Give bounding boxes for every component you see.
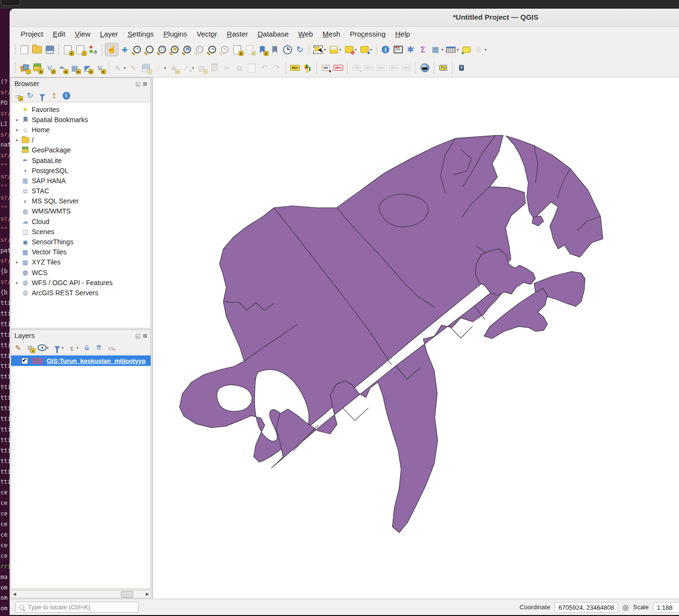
attribute-table-icon[interactable]: ▦ bbox=[429, 43, 442, 56]
select-by-location-icon[interactable]: ● bbox=[358, 43, 371, 56]
menu-mesh[interactable]: Mesh bbox=[318, 28, 345, 39]
map-render[interactable] bbox=[153, 77, 679, 599]
filter-by-expression-icon[interactable]: ε bbox=[67, 343, 77, 353]
python-console-icon[interactable]: Py bbox=[437, 62, 449, 74]
deselect-features-icon[interactable]: ⊘ bbox=[343, 43, 355, 56]
browser-item-xyz-tiles-expand-arrow[interactable]: ▸ bbox=[14, 260, 20, 264]
menu-raster[interactable]: Raster bbox=[222, 28, 253, 39]
style-manager-icon[interactable] bbox=[87, 43, 99, 56]
refresh-map-icon[interactable]: ↻ bbox=[294, 43, 306, 56]
copy-features-icon[interactable]: ⧉ bbox=[233, 62, 245, 74]
show-layout-manager-icon[interactable]: ✦ bbox=[74, 43, 87, 56]
browser-item-favorites[interactable]: ★Favorites bbox=[11, 104, 151, 114]
extent-toggle-icon[interactable]: ◎ bbox=[622, 603, 628, 611]
identify-features-icon[interactable]: ℹ bbox=[379, 43, 392, 56]
menu-view[interactable]: View bbox=[70, 28, 95, 39]
menu-plugins[interactable]: Plugins bbox=[159, 28, 192, 39]
current-edits-icon[interactable]: ✎ bbox=[112, 62, 124, 74]
refresh-browser-icon[interactable]: ↻ bbox=[25, 91, 35, 101]
browser-item-postgresql[interactable]: ◖PostgreSQL bbox=[11, 165, 151, 176]
open-project-icon[interactable] bbox=[31, 43, 43, 56]
filter-browser-icon[interactable] bbox=[37, 91, 47, 101]
browser-item-spatial-bookmarks-expand-arrow[interactable]: ▸ bbox=[14, 117, 20, 122]
layers-float-button[interactable]: ◱ bbox=[135, 333, 140, 339]
menu-web[interactable]: Web bbox=[294, 28, 318, 39]
move-label-icon[interactable]: abc bbox=[375, 62, 388, 74]
modify-attributes-icon[interactable]: ▤✎ bbox=[195, 62, 208, 74]
layer-checkbox[interactable] bbox=[22, 358, 28, 364]
browser-item-wms-wmts[interactable]: ◍WMS/WMTS bbox=[11, 206, 151, 216]
pin-labels-icon[interactable]: ab● bbox=[320, 62, 332, 74]
zoom-native-icon[interactable]: 1:1 bbox=[193, 43, 206, 56]
browser-item-wfs-expand-arrow[interactable]: ▸ bbox=[14, 280, 20, 285]
manage-map-themes-icon[interactable] bbox=[37, 343, 47, 353]
new-map-view-icon[interactable]: ✱ bbox=[231, 43, 243, 56]
layer-labeling-icon[interactable]: abc bbox=[289, 62, 301, 74]
locator-search[interactable] bbox=[15, 602, 139, 613]
zoom-next-icon[interactable]: ▸ bbox=[218, 43, 231, 56]
new-shapefile-layer-icon[interactable]: V✱ bbox=[43, 62, 56, 74]
menu-settings[interactable]: Settings bbox=[123, 28, 158, 39]
terminal-strip[interactable]: (?sr/POsr/LIsr/natsr/""sr/""sr/""sr/""sr… bbox=[0, 9, 10, 616]
district-polygon-main[interactable] bbox=[179, 136, 525, 462]
new-spatial-bookmark-icon[interactable]: ✱ bbox=[256, 43, 269, 56]
menu-vector[interactable]: Vector bbox=[192, 28, 222, 39]
browser-item-cloud[interactable]: ☁Cloud bbox=[11, 216, 151, 226]
new-temporary-layer-icon[interactable]: ▦✱ bbox=[68, 62, 81, 74]
cut-features-icon[interactable]: ✂ bbox=[220, 62, 233, 74]
browser-item-wcs[interactable]: ◍WCS bbox=[11, 267, 151, 277]
browser-item-wfs[interactable]: ▸◍WFS / OGC API - Features bbox=[11, 277, 151, 288]
save-layer-edits-icon[interactable]: ✎ bbox=[140, 62, 152, 74]
browser-item-vector-tiles[interactable]: ▦Vector Tiles bbox=[11, 247, 151, 257]
district-polygon-east-upper[interactable] bbox=[475, 249, 536, 296]
pan-map-icon[interactable]: ☝ bbox=[105, 43, 118, 56]
new-3d-map-view-icon[interactable]: ✱ bbox=[243, 43, 256, 56]
change-label-icon[interactable]: abc bbox=[400, 62, 413, 74]
scrollbar-left-arrow[interactable]: ◀ bbox=[11, 592, 18, 596]
field-calculator-icon[interactable] bbox=[392, 43, 404, 56]
browser-float-button[interactable]: ◱ bbox=[135, 81, 140, 87]
menu-processing[interactable]: Processing bbox=[345, 28, 390, 39]
select-features-icon[interactable] bbox=[312, 43, 324, 56]
browser-item-home-expand-arrow[interactable]: ▸ bbox=[14, 127, 20, 132]
filter-legend-icon[interactable] bbox=[52, 343, 62, 353]
pan-to-selection-icon[interactable]: ✚ bbox=[118, 43, 131, 56]
browser-item-home[interactable]: ▸⌂Home bbox=[11, 125, 151, 135]
add-group-icon[interactable]: ⧉● bbox=[25, 343, 35, 353]
menu-database[interactable]: Database bbox=[253, 28, 294, 39]
pin-unpin-labels-icon[interactable]: ab● bbox=[350, 62, 363, 74]
select-by-value-icon[interactable] bbox=[327, 43, 340, 56]
vertex-tool-icon[interactable]: ∕× bbox=[180, 62, 192, 74]
scrollbar-right-arrow[interactable]: ▶ bbox=[144, 592, 151, 596]
undo-icon[interactable]: ↶ bbox=[258, 62, 270, 74]
scale-input[interactable]: 1:188 bbox=[653, 602, 679, 613]
browser-item-sensorthings[interactable]: ◉SensorThings bbox=[11, 237, 151, 247]
browser-item-root-expand-arrow[interactable]: ▸ bbox=[14, 138, 20, 142]
browser-close-button[interactable]: ⊠ bbox=[143, 81, 147, 87]
save-project-icon[interactable] bbox=[43, 43, 56, 56]
expand-all-layers-icon[interactable]: ⇊ bbox=[82, 343, 92, 353]
menu-edit[interactable]: Edit bbox=[48, 28, 70, 39]
scrollbar-thumb[interactable] bbox=[121, 591, 133, 598]
show-spatial-bookmarks-icon[interactable] bbox=[269, 43, 281, 56]
layer-diagram-icon[interactable] bbox=[301, 62, 314, 74]
statistical-summary-icon[interactable]: Σ bbox=[417, 43, 429, 56]
new-project-icon[interactable] bbox=[18, 43, 31, 56]
zoom-out-icon[interactable]: − bbox=[143, 43, 156, 56]
run-feature-action-icon[interactable]: ◎ bbox=[473, 43, 485, 56]
menu-help[interactable]: Help bbox=[390, 28, 415, 39]
new-print-layout-icon[interactable]: ✱ bbox=[62, 43, 74, 56]
data-source-manager-icon[interactable]: + bbox=[18, 62, 31, 74]
window-titlebar[interactable]: *Untitled Project — QGIS bbox=[10, 9, 679, 27]
browser-item-spatialite[interactable]: ✒SpatiaLite bbox=[11, 155, 151, 165]
browser-item-ms-sql-server[interactable]: ◗MS SQL Server bbox=[11, 196, 151, 206]
zoom-to-layer-icon[interactable]: ▤ bbox=[181, 43, 193, 56]
browser-item-sap-hana[interactable]: ▦SAP HANA bbox=[11, 176, 151, 186]
menu-project[interactable]: Project bbox=[16, 28, 48, 39]
remove-layer-icon[interactable]: ▭– bbox=[106, 343, 116, 353]
browser-item-scenes[interactable]: ◫Scenes bbox=[11, 226, 151, 237]
paste-features-icon[interactable] bbox=[245, 62, 258, 74]
digitize-segment-icon[interactable]: ∕ bbox=[152, 62, 165, 74]
metasearch-icon[interactable] bbox=[419, 62, 431, 74]
district-polygon-east-small[interactable] bbox=[532, 216, 544, 226]
